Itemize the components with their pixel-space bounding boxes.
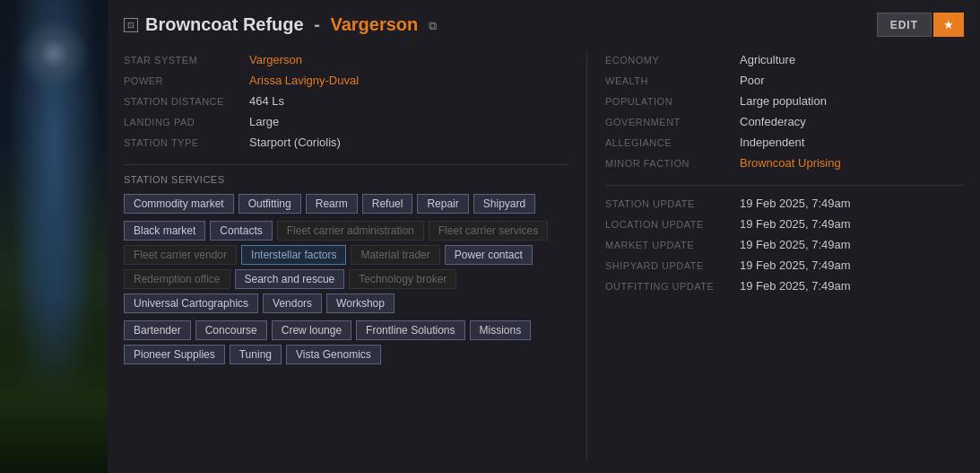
economy-label: ECONOMY <box>605 51 740 69</box>
station-update-value: 19 Feb 2025, 7:49am <box>740 195 964 213</box>
primary-services-tags: Commodity market Outfitting Rearm Refuel… <box>124 194 568 214</box>
station-title: Browncoat Refuge - Vargerson <box>145 14 418 35</box>
market-update-label: MARKET UPDATE <box>605 236 740 254</box>
wealth-value: Poor <box>740 72 964 90</box>
tag-vista-genomics[interactable]: Vista Genomics <box>286 345 381 364</box>
left-panel: STAR SYSTEM Vargerson POWER Arissa Lavig… <box>124 51 587 460</box>
tag-fleet-carrier-vendor[interactable]: Fleet carrier vendor <box>124 245 237 265</box>
tag-interstellar-factors[interactable]: Interstellar factors <box>241 245 346 265</box>
station-update-label: STATION UPDATE <box>605 195 740 213</box>
content-body: STAR SYSTEM Vargerson POWER Arissa Lavig… <box>124 51 964 460</box>
population-label: POPULATION <box>605 92 740 110</box>
tag-universal-cartographics[interactable]: Universal Cartographics <box>124 293 258 313</box>
power-value[interactable]: Arissa Lavigny-Duval <box>249 72 568 90</box>
economy-info-grid: ECONOMY Agriculture WEALTH Poor POPULATI… <box>605 51 964 172</box>
system-name-title: Vargerson <box>330 14 418 34</box>
star-system-value[interactable]: Vargerson <box>249 51 568 69</box>
tag-redemption-office[interactable]: Redemption office <box>124 269 230 289</box>
economy-value: Agriculture <box>740 51 964 69</box>
sidebar <box>0 0 108 473</box>
title-separator: - <box>314 14 325 34</box>
location-update-label: LOCATION UPDATE <box>605 215 740 233</box>
location-update-value: 19 Feb 2025, 7:49am <box>740 215 964 233</box>
tag-workshop[interactable]: Workshop <box>326 293 395 313</box>
tag-pioneer-supplies[interactable]: Pioneer Supplies <box>124 345 225 364</box>
market-update-value: 19 Feb 2025, 7:49am <box>740 236 964 254</box>
tertiary-services-tags: Bartender Concourse Crew lounge Frontlin… <box>124 320 568 364</box>
shipyard-update-value: 19 Feb 2025, 7:49am <box>740 257 964 275</box>
tag-missions[interactable]: Missions <box>470 320 532 340</box>
station-type-value: Starport (Coriolis) <box>249 134 568 152</box>
divider-2 <box>605 185 964 186</box>
tag-search-rescue[interactable]: Search and rescue <box>235 269 345 289</box>
tag-refuel[interactable]: Refuel <box>362 194 413 214</box>
tag-fleet-carrier-admin[interactable]: Fleet carrier administration <box>277 221 424 241</box>
government-value: Confederacy <box>740 113 964 131</box>
sidebar-background <box>0 0 108 473</box>
secondary-services-tags: Black market Contacts Fleet carrier admi… <box>124 221 568 313</box>
station-type-icon: ⊡ <box>124 18 138 32</box>
tag-material-trader[interactable]: Material trader <box>351 245 439 265</box>
right-panel: ECONOMY Agriculture WEALTH Poor POPULATI… <box>587 51 964 460</box>
tag-frontline-solutions[interactable]: Frontline Solutions <box>356 320 464 340</box>
power-label: POWER <box>124 72 249 90</box>
landing-pad-label: LANDING PAD <box>124 113 249 131</box>
station-distance-value: 464 Ls <box>249 92 568 110</box>
tag-fleet-carrier-services[interactable]: Fleet carrier services <box>429 221 548 241</box>
tag-vendors[interactable]: Vendors <box>263 293 322 313</box>
tag-bartender[interactable]: Bartender <box>124 320 191 340</box>
tag-rearm[interactable]: Rearm <box>306 194 358 214</box>
shipyard-update-label: SHIPYARD UPDATE <box>605 257 740 275</box>
star-button[interactable]: ★ <box>933 13 964 37</box>
tag-contacts[interactable]: Contacts <box>210 221 272 241</box>
station-name: Browncoat Refuge <box>145 14 304 34</box>
station-distance-label: STATION DISTANCE <box>124 92 249 110</box>
allegiance-value: Independent <box>740 134 964 152</box>
minor-faction-label: MINOR FACTION <box>605 154 740 172</box>
government-label: GOVERNMENT <box>605 113 740 131</box>
edit-button[interactable]: EDIT <box>877 13 932 37</box>
tag-repair[interactable]: Repair <box>417 194 468 214</box>
star-system-label: STAR SYSTEM <box>124 51 249 69</box>
station-info-grid: STAR SYSTEM Vargerson POWER Arissa Lavig… <box>124 51 568 152</box>
tag-concourse[interactable]: Concourse <box>195 320 267 340</box>
tag-shipyard[interactable]: Shipyard <box>473 194 535 214</box>
tag-crew-lounge[interactable]: Crew lounge <box>272 320 351 340</box>
outfitting-update-label: OUTFITTING UPDATE <box>605 277 740 295</box>
outfitting-update-value: 19 Feb 2025, 7:49am <box>740 277 964 295</box>
tag-outfitting[interactable]: Outfitting <box>238 194 301 214</box>
tag-power-contact[interactable]: Power contact <box>445 245 533 265</box>
updates-grid: STATION UPDATE 19 Feb 2025, 7:49am LOCAT… <box>605 195 964 295</box>
main-content: ⊡ Browncoat Refuge - Vargerson ⧉ EDIT ★ … <box>108 0 980 473</box>
allegiance-label: ALLEGIANCE <box>605 134 740 152</box>
tag-tuning[interactable]: Tuning <box>230 345 282 364</box>
wealth-label: WEALTH <box>605 72 740 90</box>
landing-pad-value: Large <box>249 113 568 131</box>
divider-1 <box>124 164 568 165</box>
tag-commodity-market[interactable]: Commodity market <box>124 194 234 214</box>
population-value: Large population <box>740 92 964 110</box>
header-left: ⊡ Browncoat Refuge - Vargerson ⧉ <box>124 14 441 35</box>
tag-black-market[interactable]: Black market <box>124 221 205 241</box>
copy-icon[interactable]: ⧉ <box>429 19 441 31</box>
station-type-label: STATION TYPE <box>124 134 249 152</box>
header: ⊡ Browncoat Refuge - Vargerson ⧉ EDIT ★ <box>124 13 964 37</box>
tag-technology-broker[interactable]: Technology broker <box>349 269 456 289</box>
header-buttons: EDIT ★ <box>877 13 964 37</box>
services-section-title: STATION SERVICES <box>124 174 568 185</box>
minor-faction-value[interactable]: Browncoat Uprising <box>740 154 964 172</box>
